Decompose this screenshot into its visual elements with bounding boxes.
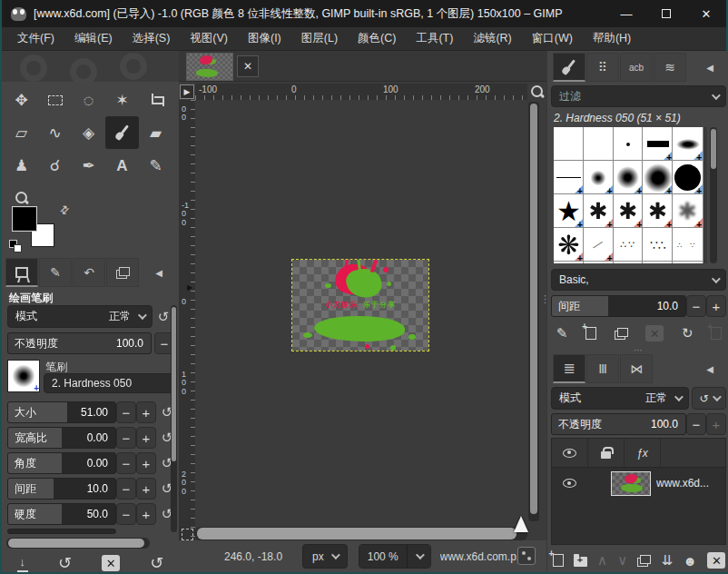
new-brush-button[interactable] [585,327,596,340]
duplicate-brush-button[interactable] [615,328,628,340]
tab-layers[interactable]: ≣ [553,354,585,383]
brush-cell-dot[interactable] [614,127,644,161]
layer-mode-reset-button[interactable]: ↺ [692,387,726,410]
tool-warp[interactable]: ∿ [38,116,72,149]
tool-options-hscrollbar[interactable] [6,538,150,549]
brush-name-button[interactable]: 2. Hardness 050 [44,373,174,393]
brush-cell-blank[interactable] [554,127,584,161]
delete-preset-button[interactable]: ✕ [102,555,120,571]
tool-fuzzy-select[interactable]: ✶ [105,84,139,116]
brush-cell-tex[interactable]: ❋ [554,262,584,263]
brush-cell-soft-l[interactable]: + [643,161,673,194]
brush-cell-bar[interactable]: + [643,127,673,161]
brush-cell-sparse[interactable]: ∴ ∵ [673,228,703,262]
spacing-plus-button[interactable]: + [136,478,156,500]
opacity-slider[interactable]: 不透明度 100.0 [7,332,152,354]
edit-brush-button[interactable]: ✎ [556,325,568,341]
layer-mode-combo[interactable]: 模式 正常 [551,387,689,410]
swap-colors-icon[interactable]: ⇄ [57,202,73,217]
tab-gradients[interactable]: ≋ [654,53,686,82]
brush-cell-tex[interactable]: ❋ [673,262,703,263]
image-tab-thumbnail[interactable] [186,53,233,81]
vertical-ruler[interactable]: 00 -100 0 100 200 ▶ [179,100,195,572]
tab-channels[interactable]: Ⅲ [586,354,619,383]
brush-grid-scrollbar[interactable] [710,127,717,263]
brush-cell-stroke[interactable]: ∕+ [584,228,614,262]
size-minus-button[interactable]: − [116,401,136,423]
size-slider[interactable]: 大小 51.00 [7,401,116,423]
menu-view[interactable]: 视图(V) [182,27,236,50]
brush-cell-soft-m[interactable]: + [614,161,644,194]
angle-slider[interactable]: 角度 0.00 [7,452,116,474]
save-preset-button[interactable]: ↓ [17,555,29,572]
effects-column-header[interactable]: ƒx [625,439,661,467]
menu-help[interactable]: 帮助(H) [585,27,639,50]
tool-move[interactable]: ✥ [5,84,38,116]
hardness-slider[interactable]: 硬度 50.0 [7,503,116,525]
brush-cell-tex[interactable]: ❋ [614,262,644,263]
brush-spacing-plus-button[interactable]: + [706,295,726,317]
layer-row[interactable]: www.x6d... [552,468,725,499]
new-layer-group-button[interactable] [574,554,587,567]
tool-ink[interactable]: ✒ [72,149,105,182]
duplicate-layer-button[interactable] [637,555,651,567]
brush-cell-splat[interactable]: ✱+ [584,194,614,228]
brush-cell-blob[interactable]: ❋+ [554,228,584,262]
brush-cell-splat[interactable]: ✱+ [614,194,644,228]
brush-set-combo[interactable]: Basic, [551,269,726,291]
active-brush-thumbnail[interactable]: + [7,360,40,392]
unit-dropdown[interactable]: px [302,544,348,569]
raise-layer-button[interactable]: ∧ [597,552,607,569]
menu-filters[interactable]: 滤镜(R) [465,27,519,50]
navigation-preview-button[interactable] [517,547,536,565]
brush-cell-star[interactable]: ★+ [554,194,584,228]
layer-thumbnail[interactable] [611,471,651,496]
merge-layer-button[interactable]: ⇊ [662,552,674,569]
menu-image[interactable]: 图像(I) [240,27,290,50]
layer-opacity-minus-button[interactable]: − [686,413,706,435]
brush-cell-blank[interactable] [584,127,614,161]
tab-tool-options[interactable] [5,258,38,287]
layer-opacity-plus-button[interactable]: + [706,413,726,435]
aspect-plus-button[interactable]: + [136,427,156,449]
brush-cell-tex[interactable]: ❋ [584,262,614,263]
spacing-slider[interactable]: 间距 10.0 [7,478,116,500]
tool-transform[interactable]: ▱ [5,116,38,149]
brush-spacing-minus-button[interactable]: − [686,295,706,317]
brush-cell-soft-splat[interactable]: ✱+ [673,194,703,228]
layer-opacity-slider[interactable]: 不透明度 100.0 [551,413,686,435]
minimize-button[interactable]: — [606,0,646,27]
canvas-viewport[interactable]: 小刀娱乐 乐于分享 [195,100,526,572]
add-mask-button[interactable]: ☻ [683,553,697,569]
paint-mode-combo[interactable]: 模式 正常 [7,305,152,328]
brush-cell-splat[interactable]: ✱+ [643,194,673,228]
canvas-image[interactable]: 小刀娱乐 乐于分享 [292,260,428,351]
tool-crop[interactable] [139,84,172,116]
layer-visibility-toggle[interactable] [563,479,576,488]
tool-smudge[interactable]: ☌ [38,149,72,182]
size-plus-button[interactable]: + [136,401,156,423]
tool-rectangle-select[interactable] [38,84,72,116]
brush-cell-soft-s[interactable]: + [584,161,614,194]
tool-color-picker[interactable]: ✎ [139,149,172,182]
tool-bucket-fill[interactable]: ◈ [72,116,105,149]
tool-options-scrollbar[interactable] [171,305,177,532]
delete-layer-button[interactable]: ✕ [707,552,725,569]
zoom-dropdown[interactable]: 100 % [359,544,431,569]
close-button[interactable]: ✕ [686,0,726,27]
menu-edit[interactable]: 编辑(E) [66,27,121,50]
brush-cell-circle[interactable]: + [673,161,703,194]
menu-layer[interactable]: 图层(L) [293,27,346,50]
quick-mask-toggle[interactable] [182,529,193,540]
menu-file[interactable]: 文件(F) [9,27,63,50]
aspect-slider[interactable]: 宽高比 0.00 [7,427,116,449]
tab-device-status[interactable]: ✎ [39,258,72,287]
tab-images[interactable] [106,258,139,287]
angle-plus-button[interactable]: + [136,452,156,474]
open-brush-button[interactable] [711,327,722,340]
tab-undo-history[interactable]: ↶ [73,258,105,287]
tab-fonts[interactable]: acb [620,53,653,82]
hardness-minus-button[interactable]: − [116,503,136,525]
brush-cell-ellipse[interactable]: + [673,127,703,161]
canvas-vscrollbar[interactable] [528,102,539,521]
